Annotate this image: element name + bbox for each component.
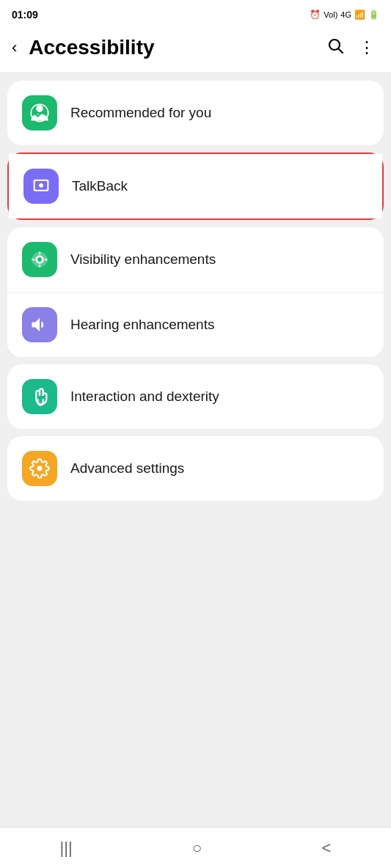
recommended-label: Recommended for you <box>70 104 211 122</box>
svg-point-0 <box>329 40 340 50</box>
nav-bar: ||| ○ < <box>0 827 391 868</box>
advanced-label: Advanced settings <box>70 460 184 478</box>
volume-icon: Vol) <box>324 10 337 19</box>
status-icons: ⏰ Vol) 4G 📶 🔋 <box>310 10 379 20</box>
interaction-card[interactable]: Interaction and dexterity <box>7 364 384 429</box>
recommended-item[interactable]: Recommended for you <box>7 81 384 145</box>
visibility-icon <box>22 242 57 277</box>
page-title: Accessibility <box>29 36 316 59</box>
svg-point-6 <box>39 183 43 188</box>
nav-home-button[interactable]: ○ <box>192 839 202 858</box>
hearing-icon <box>22 307 57 342</box>
status-time: 01:09 <box>12 9 38 21</box>
nav-menu-button[interactable]: ||| <box>60 839 73 858</box>
advanced-icon <box>22 451 57 486</box>
visibility-item[interactable]: Visibility enhancements <box>7 227 384 292</box>
battery-icon: 🔋 <box>368 10 379 20</box>
settings-content: Recommended for you TalkBack Visibility … <box>0 72 391 868</box>
advanced-item[interactable]: Advanced settings <box>7 436 384 501</box>
hearing-label: Hearing enhancements <box>70 316 214 334</box>
svg-line-1 <box>339 49 343 53</box>
advanced-card[interactable]: Advanced settings <box>7 436 384 501</box>
back-button[interactable]: ‹ <box>12 35 23 60</box>
search-button[interactable] <box>322 34 348 62</box>
interaction-label: Interaction and dexterity <box>70 388 219 406</box>
recommended-card[interactable]: Recommended for you <box>7 81 384 145</box>
svg-point-2 <box>36 106 43 112</box>
more-options-button[interactable]: ⋮ <box>354 35 379 60</box>
visibility-label: Visibility enhancements <box>70 251 216 269</box>
talkback-card[interactable]: TalkBack <box>7 152 384 220</box>
signal-icon: 4G <box>340 10 351 19</box>
alarm-icon: ⏰ <box>310 10 321 20</box>
interaction-icon <box>22 379 57 414</box>
talkback-label: TalkBack <box>72 177 128 196</box>
recommended-icon <box>22 95 57 130</box>
nav-back-button[interactable]: < <box>322 839 332 858</box>
app-header: ‹ Accessibility ⋮ <box>0 26 391 72</box>
hearing-item[interactable]: Hearing enhancements <box>7 292 384 357</box>
talkback-item[interactable]: TalkBack <box>9 154 382 218</box>
svg-point-9 <box>37 257 42 262</box>
visibility-hearing-card: Visibility enhancements Hearing enhancem… <box>7 227 384 357</box>
status-bar: 01:09 ⏰ Vol) 4G 📶 🔋 <box>0 0 391 26</box>
talkback-icon <box>23 169 59 204</box>
signal-bars: 📶 <box>354 10 365 20</box>
interaction-item[interactable]: Interaction and dexterity <box>7 364 384 429</box>
